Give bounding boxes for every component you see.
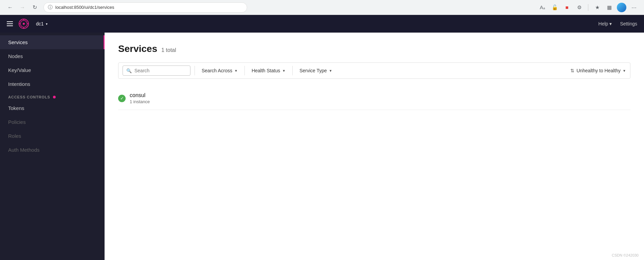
sort-icon: ⇅ [570, 68, 574, 73]
sidebar: Services Nodes Key/Value Intentions ACCE… [0, 33, 105, 260]
service-type-dropdown[interactable]: Service Type ▼ [297, 66, 335, 75]
sidebar-item-roles[interactable]: Roles [0, 129, 105, 143]
access-dot-icon [53, 96, 56, 98]
sidebar-item-auth-methods[interactable]: Auth Methods [0, 143, 105, 157]
sidebar-item-policies-label: Policies [8, 119, 26, 125]
health-status-dropdown[interactable]: Health Status ▼ [249, 66, 288, 75]
browser-chrome: ← → ↻ ⓘ localhost:8500/ui/dc1/services A… [0, 0, 644, 15]
dc-name: dc1 [36, 21, 44, 26]
sort-section: ⇅ Unhealthy to Healthy ▼ [570, 68, 626, 73]
sidebar-item-intentions[interactable]: Intentions [0, 77, 105, 91]
profile-avatar[interactable] [617, 3, 626, 12]
service-instance-count: 1 instance [130, 99, 150, 104]
page-count: 1 total [161, 47, 176, 53]
browser-action-5[interactable]: ★ [592, 3, 602, 12]
consul-logo-svg [18, 18, 29, 29]
content-area: Services 1 total 🔍 Search Across ▼ Healt… [105, 33, 644, 260]
sort-chevron-icon: ▼ [623, 69, 626, 73]
info-icon: ⓘ [48, 4, 53, 11]
sidebar-item-nodes[interactable]: Nodes [0, 49, 105, 63]
sidebar-item-tokens-label: Tokens [8, 105, 24, 111]
main-layout: Services Nodes Key/Value Intentions ACCE… [0, 33, 644, 260]
search-across-dropdown[interactable]: Search Across ▼ [199, 66, 240, 75]
divider [588, 4, 588, 11]
page-title: Services [118, 43, 157, 54]
forward-button[interactable]: → [18, 3, 27, 12]
back-button[interactable]: ← [5, 3, 15, 12]
help-label: Help [599, 21, 608, 26]
navbar-right: Help ▾ Settings [599, 21, 637, 26]
health-status-chevron-icon: ▼ [282, 69, 286, 73]
sidebar-item-auth-methods-label: Auth Methods [8, 147, 40, 153]
address-bar[interactable]: ⓘ localhost:8500/ui/dc1/services [43, 2, 247, 13]
sort-dropdown[interactable]: Unhealthy to Healthy ▼ [576, 68, 626, 73]
nav-buttons: ← → ↻ [5, 3, 39, 12]
settings-link[interactable]: Settings [620, 21, 637, 26]
filter-divider-3 [292, 66, 293, 75]
search-across-chevron-icon: ▼ [234, 69, 238, 73]
sidebar-item-policies[interactable]: Policies [0, 115, 105, 129]
search-input[interactable] [134, 68, 187, 73]
footer-version: CSDN ©242030 [612, 253, 639, 257]
sidebar-item-kv-label: Key/Value [8, 67, 31, 73]
browser-actions: Aₐ 🔓 ■ ⚙ ★ ▦ ⋯ [538, 3, 639, 12]
access-controls-label: ACCESS CONTROLS [8, 95, 50, 99]
sort-label: Unhealthy to Healthy [576, 68, 621, 73]
browser-action-3[interactable]: ■ [562, 3, 572, 12]
service-info: consul 1 instance [130, 92, 150, 104]
services-list: ✓ consul 1 instance [118, 87, 630, 110]
filter-bar: 🔍 Search Across ▼ Health Status ▼ Servic… [118, 62, 630, 79]
sidebar-item-roles-label: Roles [8, 133, 21, 139]
health-status-label: Health Status [252, 68, 280, 73]
table-row[interactable]: ✓ consul 1 instance [118, 87, 630, 110]
dc-selector[interactable]: dc1 ▾ [36, 21, 48, 26]
hamburger-button[interactable] [7, 21, 13, 26]
browser-action-4[interactable]: ⚙ [574, 3, 584, 12]
service-type-chevron-icon: ▼ [329, 69, 332, 73]
sidebar-item-key-value[interactable]: Key/Value [0, 63, 105, 77]
access-controls-section: ACCESS CONTROLS [0, 91, 105, 101]
browser-action-6[interactable]: ▦ [605, 3, 614, 12]
filter-divider-2 [244, 66, 245, 75]
hamburger-line-1 [7, 21, 13, 22]
hamburger-line-3 [7, 25, 13, 26]
sidebar-item-intentions-label: Intentions [8, 81, 30, 87]
sidebar-item-tokens[interactable]: Tokens [0, 101, 105, 115]
dc-chevron-icon: ▾ [46, 22, 48, 26]
browser-more-button[interactable]: ⋯ [629, 3, 639, 12]
service-name: consul [130, 92, 150, 98]
consul-logo [18, 18, 29, 29]
hamburger-line-2 [7, 23, 13, 24]
settings-label: Settings [620, 21, 637, 26]
service-health-icon: ✓ [118, 95, 126, 102]
url-text: localhost:8500/ui/dc1/services [55, 5, 114, 10]
search-wrapper: 🔍 [123, 66, 190, 76]
help-link[interactable]: Help ▾ [599, 21, 612, 26]
browser-action-2[interactable]: 🔓 [550, 3, 559, 12]
sidebar-item-services-label: Services [8, 39, 28, 45]
sidebar-item-nodes-label: Nodes [8, 53, 23, 59]
top-navbar: dc1 ▾ Help ▾ Settings [0, 15, 644, 33]
filter-divider-1 [195, 66, 195, 75]
help-chevron-icon: ▾ [609, 21, 612, 26]
browser-action-1[interactable]: Aₐ [538, 3, 547, 12]
search-across-label: Search Across [202, 68, 232, 73]
service-type-label: Service Type [299, 68, 327, 73]
reload-button[interactable]: ↻ [30, 3, 39, 12]
sidebar-item-services[interactable]: Services [0, 35, 105, 49]
search-icon: 🔍 [126, 68, 132, 73]
page-header: Services 1 total [118, 43, 630, 54]
svg-point-2 [23, 23, 25, 25]
app-container: dc1 ▾ Help ▾ Settings Services Nodes Key… [0, 15, 644, 260]
